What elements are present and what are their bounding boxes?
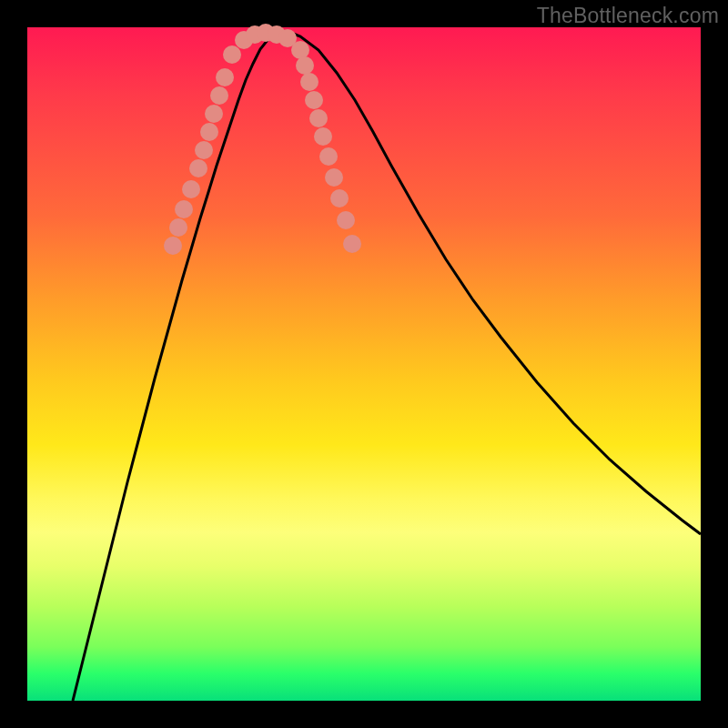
data-point	[325, 168, 343, 187]
data-point	[337, 211, 355, 229]
data-point	[296, 56, 314, 75]
data-point	[314, 127, 332, 146]
chart-frame: TheBottleneck.com	[0, 0, 728, 728]
data-point	[189, 159, 207, 177]
data-point	[291, 41, 309, 59]
data-point	[195, 141, 213, 159]
data-point	[216, 68, 234, 86]
data-point	[210, 86, 228, 105]
data-point	[309, 109, 328, 127]
data-point	[164, 237, 182, 255]
data-point	[330, 189, 349, 207]
data-point	[305, 91, 323, 109]
data-point	[205, 105, 223, 123]
data-point	[200, 123, 218, 141]
data-point	[175, 200, 193, 218]
data-point	[343, 235, 361, 253]
data-point	[169, 218, 187, 237]
chart-svg	[27, 27, 701, 701]
data-point	[182, 180, 200, 198]
data-point	[223, 46, 241, 64]
bottleneck-curve	[73, 32, 701, 701]
plot-area	[27, 27, 701, 701]
data-point	[319, 147, 338, 166]
watermark-text: TheBottleneck.com	[537, 4, 719, 28]
data-point	[300, 73, 318, 91]
data-markers	[164, 24, 361, 255]
